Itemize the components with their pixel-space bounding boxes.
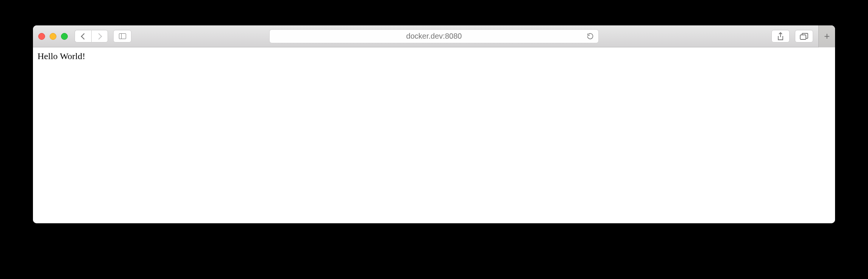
reload-icon [587,33,594,40]
chevron-right-icon [96,33,102,39]
reload-button[interactable] [586,33,594,40]
page-body-text: Hello World! [37,51,831,61]
share-button[interactable] [771,30,790,42]
fullscreen-window-button[interactable] [61,33,68,40]
address-text: docker.dev:8080 [270,32,598,41]
window-controls [38,33,68,40]
share-icon [777,32,784,41]
close-window-button[interactable] [38,33,45,40]
sidebar-icon [119,33,126,39]
tabs-icon [800,33,808,40]
new-tab-button[interactable]: + [818,25,835,47]
browser-window: docker.dev:8080 [33,25,835,223]
toolbar-right [771,30,813,42]
minimize-window-button[interactable] [50,33,56,40]
address-bar[interactable]: docker.dev:8080 [269,29,599,43]
page-content: Hello World! [33,47,835,223]
forward-button[interactable] [91,30,108,42]
navigation-buttons [75,30,108,42]
show-tabs-button[interactable] [795,30,813,42]
svg-rect-0 [800,35,806,39]
back-button[interactable] [75,30,91,42]
chevron-left-icon [81,33,87,39]
toolbar: docker.dev:8080 [33,25,835,47]
sidebar-toggle-button[interactable] [113,30,131,42]
plus-icon: + [824,30,830,42]
